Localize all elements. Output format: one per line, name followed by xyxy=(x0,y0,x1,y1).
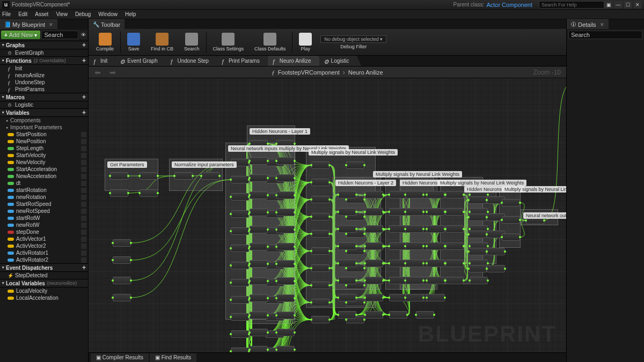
graph-node[interactable] xyxy=(174,172,193,180)
close-icon[interactable]: ✕ xyxy=(49,22,53,27)
graph-node[interactable] xyxy=(311,299,330,306)
save-button[interactable]: Save xyxy=(122,30,145,55)
graph-tab-logistic[interactable]: ⚙Logistic xyxy=(319,56,357,66)
menu-window[interactable]: Window xyxy=(98,11,118,17)
graph-tab-undone-step[interactable]: ƒUndone Step xyxy=(166,56,217,66)
section-header[interactable]: ▾Graphs+ xyxy=(0,41,88,49)
graph-node[interactable] xyxy=(110,189,128,197)
find-in-cb-button[interactable]: Find in CB xyxy=(145,30,179,55)
menu-help[interactable]: Help xyxy=(125,11,136,17)
graph-node[interactable] xyxy=(311,179,330,186)
graph-node[interactable] xyxy=(113,277,131,284)
graph-node[interactable] xyxy=(250,191,268,199)
graph-node[interactable] xyxy=(346,161,364,169)
graph-node[interactable] xyxy=(231,296,249,304)
graph-node[interactable] xyxy=(231,330,249,338)
menu-debug[interactable]: Debug xyxy=(75,11,91,17)
var-group[interactable]: Important Parameters xyxy=(0,124,88,131)
variable-item[interactable]: StartRotSpeed xyxy=(0,201,88,208)
add-new-button[interactable]: Add New ▾ xyxy=(1,31,40,39)
parent-class-link[interactable]: Actor Component xyxy=(486,2,532,8)
variable-item[interactable]: ActivVector1 xyxy=(0,235,88,242)
graph-node[interactable] xyxy=(276,157,295,165)
blueprint-search-input[interactable]: Search xyxy=(41,31,78,39)
graph-node[interactable] xyxy=(311,161,330,169)
graph-node[interactable] xyxy=(487,265,505,272)
function-item[interactable]: ƒneuroAnilize xyxy=(0,72,88,79)
graph-node[interactable] xyxy=(276,277,295,285)
graph-node[interactable] xyxy=(338,294,356,301)
nav-forward-icon[interactable]: ➡ xyxy=(108,68,118,77)
graph-node[interactable] xyxy=(276,294,295,302)
graph-node[interactable] xyxy=(470,277,488,284)
graph-node[interactable] xyxy=(311,230,330,238)
variable-item[interactable]: startRotation xyxy=(0,187,88,194)
graph-node[interactable] xyxy=(427,191,445,198)
variable-item[interactable]: newRotSpeed xyxy=(0,208,88,215)
graph-node[interactable] xyxy=(231,193,249,201)
graph-node[interactable] xyxy=(405,277,423,284)
details-tab[interactable]: 🛈 Details✕ xyxy=(567,19,609,29)
graph-node[interactable] xyxy=(338,191,356,198)
graph-node[interactable] xyxy=(469,265,487,272)
graph-node[interactable] xyxy=(110,172,128,180)
graph-node[interactable] xyxy=(405,294,423,301)
graph-node[interactable] xyxy=(250,346,268,352)
var-group[interactable]: Components xyxy=(0,117,88,124)
graph-node[interactable] xyxy=(250,277,268,285)
variable-item[interactable]: ActivVector2 xyxy=(0,242,88,249)
breadcrumb-root[interactable]: FootstepVRComponent xyxy=(278,69,340,76)
add-icon[interactable]: + xyxy=(82,109,86,116)
graph-node[interactable] xyxy=(276,191,295,199)
bottom-tab-find-results[interactable]: ▣ Find Results xyxy=(150,353,196,362)
graph-node[interactable] xyxy=(250,209,268,216)
window-close-icon[interactable]: ✕ xyxy=(633,1,642,9)
add-icon[interactable]: + xyxy=(82,264,86,271)
variable-item[interactable]: newRotW xyxy=(0,221,88,228)
variable-item[interactable]: NewVelocity xyxy=(0,159,88,166)
graph-node[interactable] xyxy=(469,248,487,255)
graph-node[interactable] xyxy=(113,256,131,264)
nav-back-icon[interactable]: ⬅ xyxy=(93,68,103,77)
graph-node[interactable] xyxy=(405,208,423,216)
graph-node[interactable] xyxy=(250,329,268,336)
graph-node[interactable] xyxy=(231,262,249,269)
play-button[interactable]: Play xyxy=(294,30,317,55)
graph-node[interactable] xyxy=(365,260,383,267)
graph-node[interactable] xyxy=(469,213,487,221)
graph-node[interactable] xyxy=(365,208,383,216)
graph-node[interactable] xyxy=(140,172,158,180)
graph-node[interactable] xyxy=(231,313,249,321)
menu-view[interactable]: View xyxy=(56,11,68,17)
search-button[interactable]: Search xyxy=(179,30,205,55)
graph-node[interactable] xyxy=(427,225,445,233)
variable-item[interactable]: stepDone xyxy=(0,228,88,235)
graph-node[interactable] xyxy=(365,277,383,284)
graph-node[interactable] xyxy=(311,316,330,323)
graph-node[interactable] xyxy=(311,264,330,272)
section-header[interactable]: ▾Functions(2 Overridable)+ xyxy=(0,56,88,65)
graph-node[interactable] xyxy=(502,199,520,206)
variable-item[interactable]: NewAcceleration xyxy=(0,173,88,180)
graph-node[interactable] xyxy=(276,226,295,233)
menu-file[interactable]: File xyxy=(2,11,11,17)
section-header[interactable]: ▾Event Dispatchers+ xyxy=(0,263,88,272)
graph-node[interactable] xyxy=(445,191,464,198)
localvar-item[interactable]: LocalVelocity xyxy=(0,287,88,294)
function-item[interactable]: ƒPrintParams xyxy=(0,86,88,93)
graph-node[interactable] xyxy=(276,174,295,182)
graph-node[interactable] xyxy=(276,209,295,216)
window-minimize-icon[interactable]: — xyxy=(614,1,623,9)
graph-node[interactable] xyxy=(338,242,356,250)
variable-item[interactable]: NewPosition xyxy=(0,138,88,145)
debug-object-dropdown[interactable]: No debug object selected ▾ xyxy=(320,35,386,43)
graph-node[interactable] xyxy=(389,311,407,319)
graph-tab-print-params[interactable]: ƒPrint Params xyxy=(217,56,268,66)
variable-item[interactable]: StartPosition xyxy=(0,131,88,138)
variable-item[interactable]: ActivRotator2 xyxy=(0,256,88,263)
graph-node[interactable] xyxy=(338,260,356,267)
graph-node[interactable] xyxy=(250,294,268,302)
class-settings-button[interactable]: Class Settings xyxy=(208,30,250,55)
compile-button[interactable]: Compile xyxy=(91,30,119,55)
graph-tab-neuro-anilize[interactable]: ƒNeuro Anilize xyxy=(268,56,319,66)
